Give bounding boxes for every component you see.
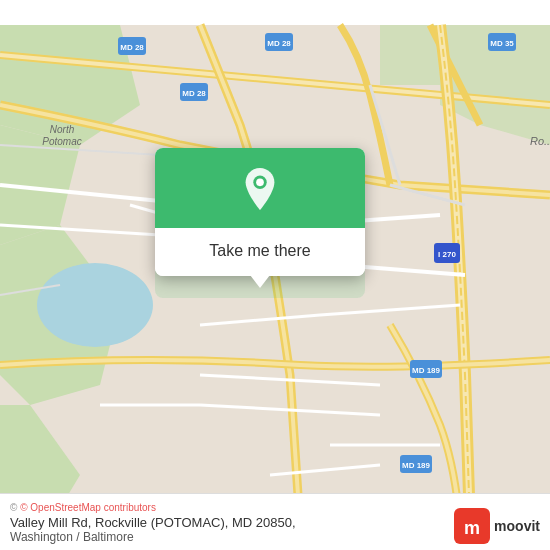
bottom-bar: © © OpenStreetMap contributors Valley Mi… — [0, 493, 550, 550]
popup-tail — [250, 275, 270, 288]
svg-text:MD 35: MD 35 — [490, 39, 514, 48]
svg-text:Potomac: Potomac — [42, 136, 81, 147]
svg-text:MD 28: MD 28 — [182, 89, 206, 98]
moovit-logo: m moovit — [454, 508, 540, 544]
svg-text:MD 189: MD 189 — [412, 366, 441, 375]
popup-green-header — [155, 148, 365, 228]
svg-text:m: m — [464, 518, 480, 538]
address-text: Valley Mill Rd, Rockville (POTOMAC), MD … — [10, 515, 296, 530]
openstreetmap-link[interactable]: © OpenStreetMap contributors — [20, 502, 156, 513]
svg-point-7 — [37, 263, 153, 347]
take-me-there-button[interactable]: Take me there — [201, 238, 318, 264]
copyright-symbol: © — [10, 502, 20, 513]
svg-text:MD 189: MD 189 — [402, 461, 431, 470]
svg-rect-4 — [380, 25, 550, 85]
svg-text:MD 28: MD 28 — [120, 43, 144, 52]
moovit-icon: m — [454, 508, 490, 544]
city-text: Washington / Baltimore — [10, 530, 296, 544]
copyright-text: © © OpenStreetMap contributors — [10, 502, 296, 513]
moovit-text: moovit — [494, 518, 540, 534]
popup-button-area: Take me there — [155, 228, 365, 276]
location-pin-icon — [241, 166, 279, 214]
map-container: MD 28 MD 28 MD 35 MD 28 MD 28 I 270 MD 1… — [0, 0, 550, 550]
svg-text:Ro...: Ro... — [530, 135, 550, 147]
svg-text:MD 28: MD 28 — [267, 39, 291, 48]
svg-point-50 — [256, 178, 264, 186]
bottom-info: © © OpenStreetMap contributors Valley Mi… — [10, 502, 296, 544]
svg-text:North: North — [50, 124, 75, 135]
svg-text:I 270: I 270 — [438, 250, 456, 259]
popup-card: Take me there — [155, 148, 365, 276]
